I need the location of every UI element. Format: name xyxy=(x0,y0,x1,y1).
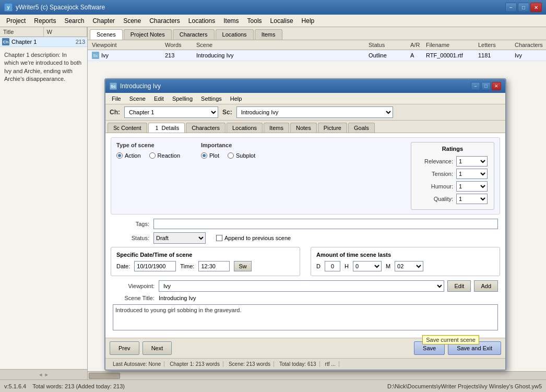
th-scene: Scene xyxy=(194,41,366,49)
dialog-title-bar: Sc Introducing Ivy − □ ✕ xyxy=(105,79,505,93)
dialog-menu-settings[interactable]: Settings xyxy=(197,94,226,103)
dialog-tab-notes[interactable]: Notes xyxy=(290,123,317,133)
chapter-name: Chapter 1 xyxy=(11,39,76,45)
importance-group: Importance Plot Subplot xyxy=(201,142,255,210)
dialog-details-panel: Type of scene Action Reaction Importance xyxy=(105,133,505,338)
dialog-tab-locations[interactable]: Locations xyxy=(227,123,263,133)
h-select[interactable]: 0 xyxy=(353,261,382,271)
dialog-icon: Sc xyxy=(110,82,117,90)
table-row[interactable]: Sc Ivy 213 Introducing Ivy Outline A RTF… xyxy=(88,50,546,61)
m-select[interactable]: 02 xyxy=(395,261,423,271)
tension-label: Tension: xyxy=(417,171,453,177)
scene-description-area[interactable]: Introduced to young girl sobbing in the … xyxy=(113,304,498,330)
extra-status: rtf ... xyxy=(322,361,339,367)
tab-items[interactable]: Items xyxy=(255,29,282,40)
td-scene: Introducing Ivy xyxy=(194,52,366,59)
app-title: yWriter5 (c) Spacejock Software xyxy=(16,4,105,11)
dialog-tab-items[interactable]: Items xyxy=(264,123,289,133)
dialog-tab-characters[interactable]: Characters xyxy=(186,123,225,133)
tab-project-notes[interactable]: Project Notes xyxy=(124,29,172,40)
viewpoint-select[interactable]: Ivy xyxy=(159,280,444,292)
dialog-minimize-btn[interactable]: − xyxy=(471,82,480,90)
menu-bar: Project Reports Search Chapter Scene Cha… xyxy=(0,15,546,27)
dialog-maximize-btn[interactable]: □ xyxy=(481,82,491,90)
radio-reaction[interactable]: Reaction xyxy=(149,152,180,159)
radio-subplot[interactable]: Subplot xyxy=(228,152,255,159)
radio-subplot-circle xyxy=(228,152,234,159)
chapter-select[interactable]: Chapter 1 xyxy=(124,106,218,118)
save-tooltip: Save current scene xyxy=(422,335,479,345)
details-tab-icon: 1 xyxy=(154,125,160,131)
scene-title-value: Introducing Ivy xyxy=(159,295,196,301)
status-select[interactable]: Draft xyxy=(153,232,206,244)
dialog-menu-help[interactable]: Help xyxy=(226,94,246,103)
tab-characters[interactable]: Characters xyxy=(173,29,215,40)
edit-viewpoint-button[interactable]: Edit xyxy=(447,280,471,292)
menu-characters[interactable]: Characters xyxy=(145,16,184,26)
chapter-badge: Ch xyxy=(2,38,9,45)
autosave-status: Last Autosave: None xyxy=(110,361,164,367)
prev-button[interactable]: Prev xyxy=(110,341,139,355)
menu-items[interactable]: Items xyxy=(219,16,243,26)
add-viewpoint-button[interactable]: Add xyxy=(474,280,498,292)
td-ar: A xyxy=(408,52,424,59)
radio-plot[interactable]: Plot xyxy=(201,152,219,159)
tab-scenes[interactable]: Scenes xyxy=(90,29,123,40)
menu-reports[interactable]: Reports xyxy=(30,16,60,26)
dialog-menu: File Scene Edit Spelling Settings Help xyxy=(105,93,505,104)
date-label: Date: xyxy=(116,263,130,269)
menu-localise[interactable]: Localise xyxy=(266,16,298,26)
type-group: Type of scene Action Reaction xyxy=(116,142,180,210)
dialog-menu-edit[interactable]: Edit xyxy=(150,94,168,103)
scene-select[interactable]: Introducing Ivy xyxy=(236,106,393,118)
date-input[interactable] xyxy=(134,261,176,271)
d-label: D xyxy=(316,263,321,269)
m-label: M xyxy=(386,263,390,269)
menu-tools[interactable]: Tools xyxy=(243,16,266,26)
dialog-close-btn[interactable]: ✕ xyxy=(492,82,501,90)
dialog-menu-spelling[interactable]: Spelling xyxy=(168,94,197,103)
horizontal-scrollbar[interactable] xyxy=(88,371,546,379)
maximize-button[interactable]: □ xyxy=(518,3,529,12)
menu-project[interactable]: Project xyxy=(2,16,30,26)
th-ar: A/R xyxy=(408,41,424,49)
quality-row: Quality: 1 xyxy=(417,194,489,204)
tags-input[interactable] xyxy=(153,219,498,229)
menu-chapter[interactable]: Chapter xyxy=(88,16,119,26)
td-filename: RTF_00001.rtf xyxy=(424,52,476,59)
next-button[interactable]: Next xyxy=(143,341,172,355)
dialog-tab-content[interactable]: Sc Content xyxy=(108,123,147,133)
chapter-row[interactable]: Ch Chapter 1 213 xyxy=(0,37,87,47)
date-time-section: Specific Date/Time of scene Date: Time: … xyxy=(111,247,300,276)
datetime-row: Date: Time: Sw xyxy=(116,261,294,271)
dialog-status-bar: Last Autosave: None Chapter 1: 213 words… xyxy=(105,358,505,370)
time-input[interactable] xyxy=(198,261,230,271)
d-input[interactable] xyxy=(325,261,340,271)
menu-scene[interactable]: Scene xyxy=(119,16,145,26)
append-checkbox-label[interactable]: Append to previous scene xyxy=(216,235,291,241)
status-path: D:\Nick\Documents\yWriter Projects\Ivy W… xyxy=(183,383,542,389)
humour-select[interactable]: 1 xyxy=(456,181,488,192)
close-button[interactable]: ✕ xyxy=(530,3,542,12)
dialog-menu-scene[interactable]: Scene xyxy=(125,94,150,103)
minimize-button[interactable]: − xyxy=(505,3,517,12)
dialog-tab-details[interactable]: 1 Details xyxy=(148,123,185,133)
dialog-menu-file[interactable]: File xyxy=(108,94,125,103)
sw-button[interactable]: Sw xyxy=(234,261,251,271)
tension-select[interactable]: 1 xyxy=(456,169,488,179)
radio-action[interactable]: Action xyxy=(116,152,141,159)
menu-search[interactable]: Search xyxy=(60,16,88,26)
type-label: Type of scene xyxy=(116,142,180,148)
dialog-tab-picture[interactable]: Picture xyxy=(318,123,347,133)
menu-locations[interactable]: Locations xyxy=(184,16,219,26)
append-checkbox[interactable] xyxy=(216,235,222,241)
quality-select[interactable]: 1 xyxy=(456,194,488,204)
scene-title-label: Scene Title: xyxy=(113,295,155,301)
dialog-tab-goals[interactable]: Goals xyxy=(348,123,375,133)
tab-locations[interactable]: Locations xyxy=(216,29,254,40)
menu-help[interactable]: Help xyxy=(298,16,319,26)
relevance-select[interactable]: 1 xyxy=(456,156,488,167)
main-tab-bar: Scenes Project Notes Characters Location… xyxy=(88,27,546,40)
ratings-panel: Ratings Relevance: 1 Tension: 1 Humour: xyxy=(411,142,494,210)
scroll-thumb[interactable] xyxy=(89,373,120,379)
